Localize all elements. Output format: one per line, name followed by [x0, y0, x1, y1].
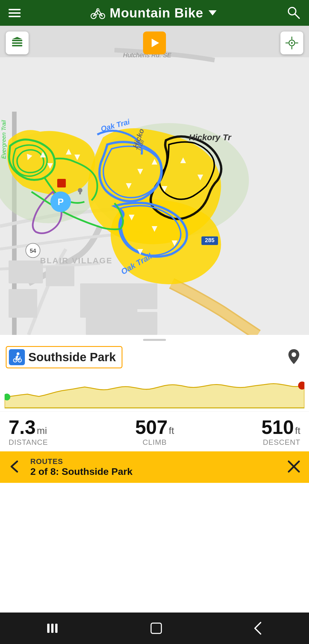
stat-descent: 510 ft DESCENT — [262, 417, 300, 447]
svg-text:Hickory Tr: Hickory Tr — [189, 133, 232, 142]
svg-rect-17 — [9, 289, 37, 318]
svg-rect-18 — [46, 266, 74, 286]
climb-label: CLIMB — [142, 438, 167, 447]
park-name: Southside Park — [28, 350, 116, 364]
nav-back-button[interactable] — [253, 621, 264, 635]
map-area[interactable]: Oak Trai Hicko Trail Hickory Tr Oak Trai… — [0, 26, 309, 335]
park-name-box[interactable]: Southside Park — [6, 346, 122, 368]
map-svg: Oak Trai Hicko Trail Hickory Tr Oak Trai… — [0, 26, 309, 335]
drag-handle[interactable] — [0, 335, 309, 343]
layers-icon — [11, 36, 24, 50]
park-icon — [9, 349, 25, 365]
svg-rect-16 — [9, 260, 43, 283]
svg-rect-21 — [114, 283, 157, 309]
svg-rect-57 — [12, 42, 22, 44]
climb-value-row: 507 ft — [135, 417, 174, 437]
location-pin-icon — [287, 349, 300, 365]
descent-unit: ft — [295, 425, 300, 436]
descent-label: DESCENT — [263, 438, 300, 447]
mtb-park-icon — [11, 351, 23, 364]
nav-back-icon — [253, 621, 264, 635]
location-button[interactable] — [280, 31, 303, 54]
distance-value-row: 7.3 mi — [9, 417, 47, 437]
drag-handle-bar — [143, 339, 166, 341]
search-button[interactable] — [286, 5, 300, 21]
svg-text:BLAIR VILLAGE: BLAIR VILLAGE — [40, 256, 113, 265]
close-icon — [287, 460, 300, 473]
distance-value: 7.3 — [9, 417, 36, 437]
location-icon — [285, 36, 298, 50]
nav-bar — [0, 613, 309, 644]
bottom-panel: Southside Park — [0, 335, 309, 483]
stats-row: 7.3 mi DISTANCE 507 ft CLIMB 510 ft DESC… — [0, 411, 309, 451]
routes-info: ROUTES 2 of 8: Southside Park — [30, 457, 132, 477]
stat-distance: 7.3 mi DISTANCE — [9, 417, 48, 447]
svg-marker-59 — [152, 39, 159, 47]
svg-rect-51 — [79, 190, 81, 194]
elevation-svg — [5, 371, 304, 411]
descent-value-row: 510 ft — [262, 417, 300, 437]
svg-rect-79 — [55, 624, 58, 633]
descent-value: 510 — [262, 417, 294, 437]
climb-unit: ft — [169, 425, 174, 436]
location-pin-button[interactable] — [287, 349, 300, 366]
play-icon — [149, 37, 160, 49]
distance-label: DISTANCE — [9, 438, 48, 447]
app-title: Mountain Bike — [110, 5, 203, 21]
routes-label: ROUTES — [30, 457, 132, 466]
play-button[interactable] — [143, 31, 166, 54]
nav-home-icon — [149, 621, 163, 635]
svg-text:Evergreen Trail: Evergreen Trail — [1, 120, 7, 159]
svg-text:P: P — [58, 197, 64, 207]
climb-value: 507 — [135, 417, 167, 437]
svg-rect-77 — [47, 624, 49, 633]
nav-menu-button[interactable] — [45, 622, 60, 635]
svg-point-67 — [17, 352, 19, 355]
menu-button[interactable] — [9, 9, 21, 17]
svg-text:285: 285 — [205, 237, 214, 243]
mountain-bike-icon — [90, 5, 106, 21]
chevron-down-icon — [209, 10, 217, 15]
layers-button[interactable] — [6, 31, 29, 54]
app-header: Mountain Bike — [0, 0, 309, 26]
svg-rect-78 — [51, 624, 54, 633]
svg-text:54: 54 — [30, 248, 36, 254]
distance-unit: mi — [37, 425, 47, 436]
routes-close-button[interactable] — [287, 460, 300, 474]
svg-rect-20 — [86, 312, 157, 335]
routes-bar: ROUTES 2 of 8: Southside Park — [0, 451, 309, 483]
svg-line-13 — [295, 14, 299, 18]
nav-home-button[interactable] — [149, 621, 163, 635]
svg-point-70 — [292, 352, 296, 357]
header-center: Mountain Bike — [90, 5, 216, 21]
routes-subtitle: 2 of 8: Southside Park — [30, 466, 132, 477]
nav-menu-icon — [45, 622, 60, 635]
svg-rect-24 — [57, 179, 66, 187]
svg-rect-80 — [151, 623, 161, 633]
svg-point-61 — [291, 42, 293, 44]
routes-left: ROUTES 2 of 8: Southside Park — [9, 457, 132, 477]
routes-back-button[interactable] — [9, 460, 22, 474]
search-icon — [286, 5, 300, 19]
park-info-row: Southside Park — [0, 343, 309, 371]
svg-rect-56 — [12, 40, 22, 41]
back-arrow-icon — [9, 460, 22, 473]
stat-climb: 507 ft CLIMB — [135, 417, 174, 447]
svg-rect-58 — [12, 45, 22, 46]
elevation-chart — [0, 371, 309, 411]
